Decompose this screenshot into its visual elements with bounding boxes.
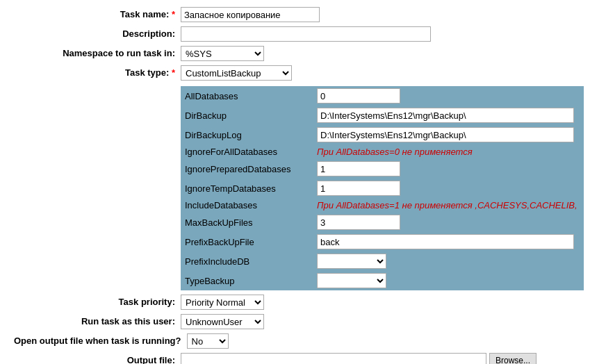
namespace-label: Namespace to run task in: <box>14 46 181 58</box>
namespace-select[interactable]: %SYS <box>181 46 264 61</box>
form-container: Task name: * Description: Namespace to r… <box>14 7 592 364</box>
settings-row-0: AllDatabases <box>181 86 584 106</box>
settings-row-7: MaxBackUpFiles <box>181 213 584 232</box>
openoutput-label: Open output file when task is running? <box>14 333 187 346</box>
settings-key-3: IgnoreForAllDatabases <box>181 144 313 159</box>
taskname-control <box>181 7 592 22</box>
settings-value-0[interactable] <box>313 86 584 106</box>
outputfile-row: Output file: Browse... <box>14 353 592 364</box>
openoutput-select[interactable]: No Yes <box>187 333 229 349</box>
settings-value-5[interactable] <box>313 179 584 198</box>
settings-value-9[interactable] <box>313 251 584 271</box>
settings-row-5: IgnoreTempDatabases <box>181 179 584 198</box>
settings-row-9: PrefixIncludeDB <box>181 251 584 271</box>
settings-value-8[interactable] <box>313 232 584 251</box>
settings-input-5[interactable] <box>317 181 400 196</box>
settings-input-wide-1[interactable] <box>317 108 574 123</box>
description-label: Description: <box>14 26 181 39</box>
tasktype-control: CustomListBackup <box>181 65 592 81</box>
settings-value-6: При AllDatabases=1 не применяется ,CACHE… <box>313 198 584 213</box>
settings-key-5: IgnoreTempDatabases <box>181 179 313 198</box>
outputfile-label: Output file: <box>14 353 181 364</box>
tasktype-row: Task type: * CustomListBackup <box>14 65 592 81</box>
runuser-control: UnknownUser <box>181 314 592 329</box>
settings-input-wide-8[interactable] <box>317 234 574 249</box>
settings-row-10: TypeBackup <box>181 271 584 290</box>
tasktype-required: * <box>172 67 175 78</box>
settings-key-6: IncludeDatabases <box>181 198 313 213</box>
settings-value-10[interactable] <box>313 271 584 290</box>
priority-control: Priority Normal <box>181 295 592 310</box>
settings-row-1: DirBackup <box>181 106 584 125</box>
taskname-input[interactable] <box>181 7 320 22</box>
settings-select-9[interactable] <box>317 254 386 269</box>
settings-input-4[interactable] <box>317 161 400 176</box>
runuser-row: Run task as this user: UnknownUser <box>14 314 592 329</box>
settings-row-2: DirBackupLog <box>181 125 584 144</box>
settings-value-1[interactable] <box>313 106 584 125</box>
settings-value-2[interactable] <box>313 125 584 144</box>
settings-input-7[interactable] <box>317 215 400 230</box>
settings-key-7: MaxBackUpFiles <box>181 213 313 232</box>
description-input[interactable] <box>181 26 431 42</box>
outputfile-control: Browse... <box>181 353 592 364</box>
priority-label: Task priority: <box>14 295 181 307</box>
taskname-row: Task name: * <box>14 7 592 22</box>
runuser-select[interactable]: UnknownUser <box>181 314 264 329</box>
settings-row-8: PrefixBackUpFile <box>181 232 584 251</box>
priority-row: Task priority: Priority Normal <box>14 295 592 310</box>
settings-row-6: IncludeDatabasesПри AllDatabases=1 не пр… <box>181 198 584 213</box>
browse-button[interactable]: Browse... <box>489 353 537 364</box>
settings-value-7[interactable] <box>313 213 584 232</box>
settings-key-4: IgnorePreparedDatabases <box>181 159 313 179</box>
tasktype-label: Task type: * <box>14 65 181 78</box>
openoutput-control: No Yes <box>187 333 593 349</box>
settings-key-0: AllDatabases <box>181 86 313 106</box>
settings-row-3: IgnoreForAllDatabasesПри AllDatabases=0 … <box>181 144 584 159</box>
settings-spacer <box>14 85 181 87</box>
settings-key-9: PrefixIncludeDB <box>181 251 313 271</box>
settings-key-1: DirBackup <box>181 106 313 125</box>
settings-input-0[interactable] <box>317 88 400 104</box>
taskname-required: * <box>172 9 175 19</box>
priority-select[interactable]: Priority Normal <box>181 295 264 310</box>
runuser-label: Run task as this user: <box>14 314 181 326</box>
settings-key-2: DirBackupLog <box>181 125 313 144</box>
settings-input-wide-2[interactable] <box>317 127 574 142</box>
description-control <box>181 26 592 42</box>
settings-select-10[interactable] <box>317 273 386 288</box>
namespace-row: Namespace to run task in: %SYS <box>14 46 592 61</box>
settings-row: AllDatabasesDirBackupDirBackupLogIgnoreF… <box>14 85 592 290</box>
outputfile-input[interactable] <box>181 353 486 364</box>
openoutput-row: Open output file when task is running? N… <box>14 333 592 349</box>
settings-key-8: PrefixBackUpFile <box>181 232 313 251</box>
settings-row-4: IgnorePreparedDatabases <box>181 159 584 179</box>
settings-value-4[interactable] <box>313 159 584 179</box>
settings-table: AllDatabasesDirBackupDirBackupLogIgnoreF… <box>181 86 584 290</box>
namespace-control: %SYS <box>181 46 592 61</box>
tasktype-select[interactable]: CustomListBackup <box>181 65 292 81</box>
settings-key-10: TypeBackup <box>181 271 313 290</box>
settings-value-3: При AllDatabases=0 не применяется <box>313 144 584 159</box>
taskname-label: Task name: * <box>14 7 181 19</box>
description-row: Description: <box>14 26 592 42</box>
settings-control: AllDatabasesDirBackupDirBackupLogIgnoreF… <box>181 85 592 290</box>
